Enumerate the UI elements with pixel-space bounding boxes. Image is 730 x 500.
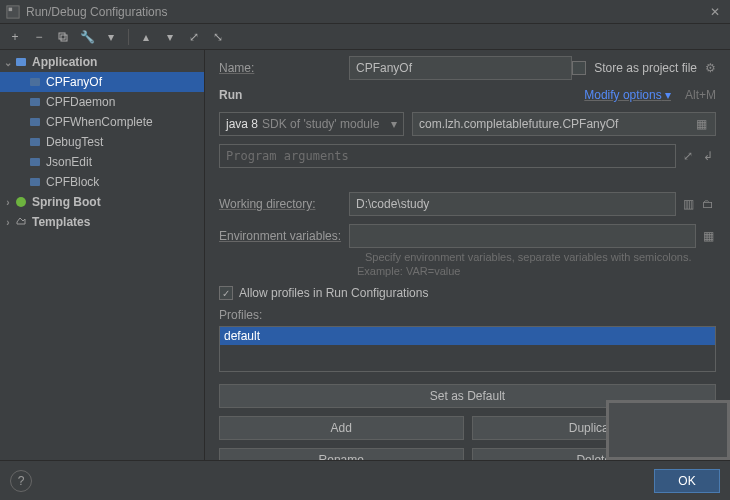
ok-button[interactable]: OK [654, 469, 720, 493]
tree-label: JsonEdit [46, 155, 92, 169]
browse-folder-icon[interactable]: 🗀 [700, 197, 716, 211]
insert-macro-icon[interactable]: ↲ [700, 149, 716, 163]
svg-rect-4 [16, 58, 26, 66]
tree-node-spring-boot[interactable]: › Spring Boot [0, 192, 204, 212]
move-up-button[interactable]: ▴ [137, 28, 155, 46]
modify-shortcut: Alt+M [685, 88, 716, 102]
dialog-footer: ? OK [0, 460, 730, 500]
config-form: Name: Store as project file ⚙ Run Modify… [205, 50, 730, 460]
application-icon [14, 55, 28, 69]
svg-rect-1 [9, 7, 13, 11]
svg-rect-2 [59, 33, 65, 39]
chevron-down-icon: ▾ [391, 117, 397, 131]
remove-config-button[interactable]: − [30, 28, 48, 46]
sdk-prefix: java 8 [226, 117, 258, 131]
name-input[interactable] [349, 56, 572, 80]
wd-label: Working directory: [219, 197, 349, 211]
tree-node-debugtest[interactable]: DebugTest [0, 132, 204, 152]
run-section-title: Run [219, 88, 242, 102]
run-config-icon [28, 75, 42, 89]
svg-rect-5 [30, 78, 40, 86]
profile-item-default[interactable]: default [220, 327, 715, 345]
overlay-thumbnail [606, 400, 730, 460]
tree-label: Templates [32, 215, 90, 229]
sdk-select[interactable]: java 8 SDK of 'study' module ▾ [219, 112, 404, 136]
templates-icon [14, 215, 28, 229]
tree-node-cpfanyof[interactable]: CPFanyOf [0, 72, 204, 92]
main-class-value: com.lzh.completablefuture.CPFanyOf [419, 117, 618, 131]
program-args-input[interactable] [219, 144, 676, 168]
store-checkbox[interactable] [572, 61, 586, 75]
title-bar: Run/Debug Configurations ✕ [0, 0, 730, 24]
sdk-rest: SDK of 'study' module [262, 117, 379, 131]
dropdown-icon[interactable]: ▾ [102, 28, 120, 46]
tree-node-templates[interactable]: › Templates [0, 212, 204, 232]
wd-input[interactable] [349, 192, 676, 216]
modify-options-link[interactable]: Modify options ▾ [584, 88, 671, 102]
move-down-button[interactable]: ▾ [161, 28, 179, 46]
run-config-icon [28, 155, 42, 169]
chevron-right-icon[interactable]: › [2, 197, 14, 208]
run-config-icon [28, 115, 42, 129]
store-label: Store as project file [594, 61, 697, 75]
add-config-button[interactable]: + [6, 28, 24, 46]
profiles-list[interactable]: default [219, 326, 716, 372]
run-config-icon [28, 175, 42, 189]
tree-label: CPFanyOf [46, 75, 102, 89]
spring-icon [14, 195, 28, 209]
svg-rect-9 [30, 158, 40, 166]
close-icon[interactable]: ✕ [706, 5, 724, 19]
env-input[interactable] [349, 224, 696, 248]
chevron-right-icon[interactable]: › [2, 217, 14, 228]
tree-node-cpfblock[interactable]: CPFBlock [0, 172, 204, 192]
collapse-tree-button[interactable]: ⤡ [209, 28, 227, 46]
edit-env-icon[interactable]: ▦ [700, 229, 716, 243]
svg-rect-8 [30, 138, 40, 146]
add-button[interactable]: Add [219, 416, 464, 440]
tree-node-jsonedit[interactable]: JsonEdit [0, 152, 204, 172]
name-label: Name: [219, 61, 349, 75]
tree-label: CPFWhenComplete [46, 115, 153, 129]
env-label: Environment variables: [219, 229, 349, 243]
expand-icon[interactable]: ⤢ [680, 149, 696, 163]
svg-point-11 [16, 197, 26, 207]
tree-label: DebugTest [46, 135, 103, 149]
app-icon [6, 5, 20, 19]
main-class-input[interactable]: com.lzh.completablefuture.CPFanyOf ▦ [412, 112, 716, 136]
tree-label: Spring Boot [32, 195, 101, 209]
tree-node-cpfwhencomplete[interactable]: CPFWhenComplete [0, 112, 204, 132]
config-tree[interactable]: ⌄ Application CPFanyOf CPFDaemon CPFWhen… [0, 50, 205, 460]
svg-rect-10 [30, 178, 40, 186]
edit-templates-button[interactable]: 🔧 [78, 28, 96, 46]
allow-profiles-label: Allow profiles in Run Configurations [239, 286, 428, 300]
run-config-icon [28, 95, 42, 109]
chevron-down-icon[interactable]: ⌄ [2, 57, 14, 68]
tree-node-cpfdaemon[interactable]: CPFDaemon [0, 92, 204, 112]
env-hint: Specify environment variables, separate … [357, 251, 692, 277]
tree-label: CPFBlock [46, 175, 99, 189]
allow-profiles-checkbox[interactable] [219, 286, 233, 300]
svg-rect-7 [30, 118, 40, 126]
svg-rect-3 [61, 35, 67, 41]
svg-rect-6 [30, 98, 40, 106]
tree-node-application[interactable]: ⌄ Application [0, 52, 204, 72]
folder-icon[interactable]: ▥ [680, 197, 696, 211]
browse-icon[interactable]: ▦ [693, 117, 709, 131]
tree-toolbar: + − 🔧 ▾ ▴ ▾ ⤢ ⤡ [0, 24, 730, 50]
copy-config-button[interactable] [54, 28, 72, 46]
tree-label: Application [32, 55, 97, 69]
tree-label: CPFDaemon [46, 95, 115, 109]
gear-icon[interactable]: ⚙ [705, 61, 716, 75]
rename-button[interactable]: Rename [219, 448, 464, 460]
window-title: Run/Debug Configurations [26, 5, 706, 19]
expand-tree-button[interactable]: ⤢ [185, 28, 203, 46]
run-config-icon [28, 135, 42, 149]
profiles-label: Profiles: [219, 308, 716, 322]
separator [128, 29, 129, 45]
help-button[interactable]: ? [10, 470, 32, 492]
